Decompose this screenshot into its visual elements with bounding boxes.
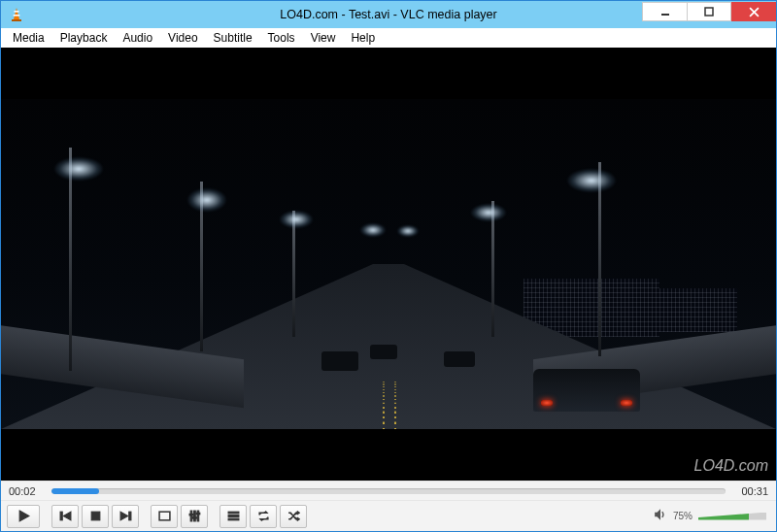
- menu-view[interactable]: View: [303, 29, 344, 47]
- menu-video[interactable]: Video: [160, 29, 205, 47]
- loop-button[interactable]: [250, 505, 277, 528]
- svg-rect-2: [14, 15, 20, 17]
- menu-subtitle[interactable]: Subtitle: [206, 29, 260, 47]
- app-window: LO4D.com - Test.avi - VLC media player M…: [0, 0, 777, 532]
- volume-control: 75%: [654, 508, 766, 524]
- svg-rect-9: [91, 512, 100, 520]
- svg-marker-8: [63, 512, 71, 520]
- close-button[interactable]: [731, 2, 776, 21]
- svg-rect-17: [192, 517, 196, 519]
- fullscreen-button[interactable]: [151, 505, 178, 528]
- svg-rect-19: [228, 512, 239, 514]
- svg-rect-15: [197, 511, 199, 521]
- stop-button[interactable]: [82, 505, 109, 528]
- video-frame: [1, 99, 776, 429]
- seek-row: 00:02 00:31: [1, 481, 776, 500]
- titlebar[interactable]: LO4D.com - Test.avi - VLC media player: [1, 1, 776, 28]
- next-button[interactable]: [112, 505, 139, 528]
- volume-percent: 75%: [673, 511, 693, 521]
- video-area[interactable]: LO4D.com: [1, 48, 776, 481]
- svg-marker-6: [19, 511, 29, 521]
- vlc-cone-icon: [9, 7, 24, 22]
- menu-playback[interactable]: Playback: [52, 29, 116, 47]
- svg-marker-10: [120, 512, 128, 520]
- svg-rect-21: [228, 518, 239, 520]
- menu-tools[interactable]: Tools: [260, 29, 303, 47]
- menu-help[interactable]: Help: [343, 29, 383, 47]
- seek-fill: [51, 488, 99, 494]
- previous-button[interactable]: [51, 505, 79, 528]
- svg-rect-7: [60, 512, 62, 520]
- svg-rect-18: [196, 513, 200, 515]
- watermark: LO4D.com: [694, 457, 768, 475]
- svg-marker-0: [14, 8, 19, 19]
- svg-marker-22: [655, 509, 660, 520]
- svg-rect-3: [12, 19, 21, 21]
- window-controls: [642, 1, 776, 28]
- maximize-button[interactable]: [687, 2, 731, 21]
- menu-audio[interactable]: Audio: [115, 29, 160, 47]
- menu-media[interactable]: Media: [5, 29, 52, 47]
- time-elapsed[interactable]: 00:02: [9, 485, 46, 497]
- extended-settings-button[interactable]: [181, 505, 208, 528]
- svg-rect-16: [189, 514, 193, 515]
- play-button[interactable]: [7, 505, 40, 528]
- svg-rect-11: [128, 512, 130, 520]
- svg-rect-5: [705, 8, 713, 16]
- svg-rect-4: [661, 14, 669, 16]
- svg-rect-12: [159, 512, 170, 520]
- svg-rect-20: [228, 515, 239, 517]
- volume-icon[interactable]: [654, 508, 667, 524]
- time-total[interactable]: 00:31: [731, 485, 768, 497]
- menubar: Media Playback Audio Video Subtitle Tool…: [1, 28, 776, 48]
- shuffle-button[interactable]: [280, 505, 307, 528]
- seek-slider[interactable]: [51, 484, 726, 498]
- svg-rect-1: [15, 11, 19, 13]
- volume-slider[interactable]: [698, 513, 766, 520]
- minimize-button[interactable]: [642, 2, 687, 21]
- controls-bar: 75%: [1, 500, 776, 531]
- svg-rect-14: [193, 511, 195, 521]
- playlist-button[interactable]: [220, 505, 247, 528]
